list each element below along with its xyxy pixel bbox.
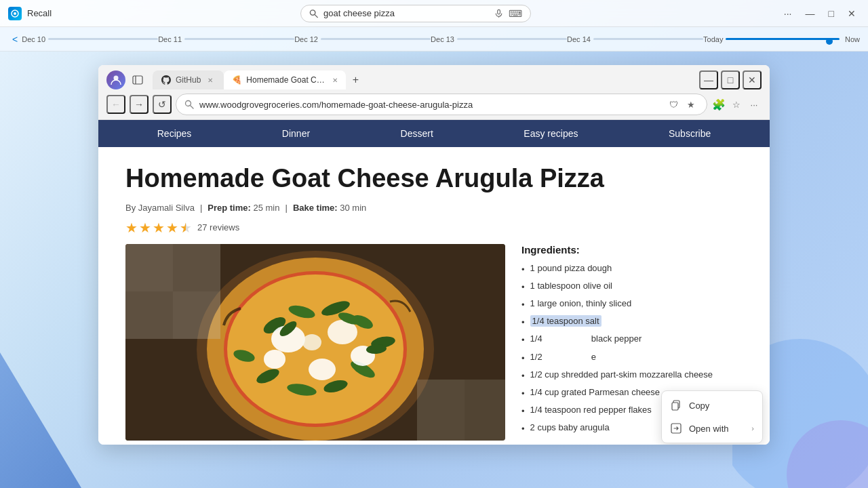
taskbar-close-btn[interactable]: ✕ [844, 5, 860, 22]
browser-refresh-btn[interactable]: ↺ [153, 95, 172, 114]
timeline-item-dec14[interactable]: Dec 14 [567, 35, 703, 43]
timeline-nav-back[interactable]: < [8, 34, 22, 45]
svg-rect-39 [125, 291, 173, 339]
ingredient-text-1: 1 pound pizza dough [530, 262, 612, 274]
browser-back-btn[interactable]: ← [106, 95, 125, 114]
ingredient-item-7: • 1/2 cup shredded part-skim mozzarella … [521, 369, 743, 382]
ingredient-highlighted: 1/4 teaspoon salt [530, 315, 601, 327]
audio-icon: ⌨ [509, 8, 522, 19]
address-input[interactable] [199, 100, 660, 110]
address-search-icon [184, 100, 194, 109]
copy-icon [670, 399, 682, 411]
taskbar-more-btn[interactable]: ··· [780, 5, 796, 22]
taskbar: Recall ⌨ ··· — □ ✕ [0, 0, 868, 27]
taskbar-search-bar[interactable]: ⌨ [300, 5, 531, 22]
nav-subscribe[interactable]: Subscribe [655, 120, 724, 147]
browser-menu-icon[interactable]: ··· [747, 97, 762, 112]
taskbar-center: ⌨ [212, 5, 619, 22]
search-icon [309, 9, 318, 18]
taskbar-left: Recall [8, 7, 52, 20]
svg-rect-44 [672, 403, 678, 410]
timeline-bar-dec11 [184, 38, 294, 40]
timeline-item-dec13[interactable]: Dec 13 [431, 35, 567, 43]
timeline-item-dec12[interactable]: Dec 12 [294, 35, 431, 43]
star-2: ★ [139, 220, 151, 236]
context-menu-open-with[interactable]: Open with › [662, 417, 762, 440]
nav-dessert[interactable]: Dessert [387, 120, 447, 147]
open-with-icon [670, 422, 682, 434]
taskbar-minimize-btn[interactable]: — [802, 5, 819, 22]
timeline-label-dec10: Dec 10 [22, 35, 45, 43]
github-tab-label: GitHub [176, 75, 201, 85]
browser-tab-recipe[interactable]: 🍕 Homemade Goat Cheese Arugula Pizza ✕ [224, 70, 346, 89]
svg-point-33 [302, 334, 321, 350]
bake-time-label: Bake time: [293, 203, 338, 213]
ingredient-text-5: 1/4 black pepper [530, 333, 642, 345]
nav-dinner[interactable]: Dinner [269, 120, 323, 147]
shield-icon[interactable]: 🛡 [666, 97, 681, 112]
svg-rect-41 [417, 380, 465, 441]
browser-sidebar-btn[interactable] [128, 70, 147, 89]
browser-tab-github[interactable]: GitHub ✕ [153, 70, 224, 89]
timeline-label-dec13: Dec 13 [431, 35, 454, 43]
timeline-bar-dec13 [457, 38, 567, 40]
author: By Jayamali Silva [125, 203, 195, 213]
timeline-item-today[interactable]: Today [703, 35, 840, 43]
browser-window-controls: — □ ✕ [699, 70, 762, 89]
open-with-arrow: › [751, 424, 754, 432]
browser-fav-icon[interactable]: ☆ [729, 97, 744, 112]
content-row: Ingredients: • 1 pound pizza dough • 1 t… [125, 244, 743, 441]
svg-point-11 [186, 101, 191, 106]
taskbar-right: ··· — □ ✕ [780, 5, 860, 22]
address-input-bar[interactable]: 🛡 ★ [176, 94, 707, 115]
context-menu-copy[interactable]: Copy [662, 394, 762, 417]
taskbar-search-input[interactable] [323, 8, 489, 18]
timeline-label-dec14: Dec 14 [567, 35, 591, 43]
ingredient-item-5: • 1/4 black pepper [521, 333, 743, 346]
browser-maximize-btn[interactable]: □ [721, 70, 740, 89]
timeline-label-dec12: Dec 12 [294, 35, 318, 43]
timeline-bar-dec10 [48, 38, 158, 40]
timeline-now-label: Now [840, 35, 860, 43]
timeline-bar-today [726, 38, 840, 40]
svg-line-3 [315, 14, 317, 17]
browser-ext-icon[interactable]: 🧩 [711, 97, 726, 112]
browser-profile-icon[interactable] [106, 70, 125, 89]
svg-point-1 [14, 12, 16, 15]
ingredient-text-6: 1/2 e [530, 351, 597, 363]
ingredient-text-10: 2 cups baby arugula [530, 422, 610, 434]
svg-line-12 [191, 106, 193, 108]
taskbar-maximize-btn[interactable]: □ [825, 5, 838, 22]
github-tab-close[interactable]: ✕ [205, 75, 216, 85]
timeline-item-dec10[interactable]: Dec 10 [22, 35, 158, 43]
open-with-label: Open with [689, 424, 729, 434]
svg-point-32 [264, 350, 285, 369]
svg-rect-4 [498, 9, 500, 14]
timeline-item-dec11[interactable]: Dec 11 [158, 35, 294, 43]
recipe-tab-close[interactable]: ✕ [332, 75, 338, 85]
pizza-svg [125, 244, 505, 441]
page-meta: By Jayamali Silva | Prep time: 25 min | … [125, 203, 743, 213]
address-icons: 🛡 ★ [666, 97, 698, 112]
nav-easy-recipes[interactable]: Easy recipes [510, 120, 591, 147]
ingredient-item-4: • 1/4 teaspoon salt [521, 315, 743, 329]
win-decoration-left [0, 352, 81, 488]
page-title: Homemade Goat Cheese Arugula Pizza [125, 163, 743, 195]
browser-minimize-btn[interactable]: — [699, 70, 718, 89]
mic-icon [494, 9, 503, 18]
ingredient-text-9: 1/4 teaspoon red pepper flakes [530, 404, 652, 416]
new-tab-button[interactable]: + [346, 70, 365, 89]
timeline-label-today: Today [703, 35, 723, 43]
timeline-label-dec11: Dec 11 [158, 35, 182, 43]
svg-rect-38 [173, 244, 220, 291]
browser-title-bar: GitHub ✕ 🍕 Homemade Goat Cheese Arugula … [98, 65, 770, 89]
bake-time: 30 min [340, 203, 366, 213]
browser-close-btn[interactable]: ✕ [743, 70, 762, 89]
ingredient-text-2: 1 tablespoon olive oil [530, 280, 612, 292]
browser-forward-btn[interactable]: → [130, 95, 149, 114]
timeline-bar-dec12 [321, 38, 431, 40]
nav-recipes[interactable]: Recipes [144, 120, 205, 147]
bookmark-star-icon[interactable]: ★ [684, 97, 698, 112]
svg-point-2 [310, 9, 315, 15]
prep-time: 25 min [253, 203, 279, 213]
